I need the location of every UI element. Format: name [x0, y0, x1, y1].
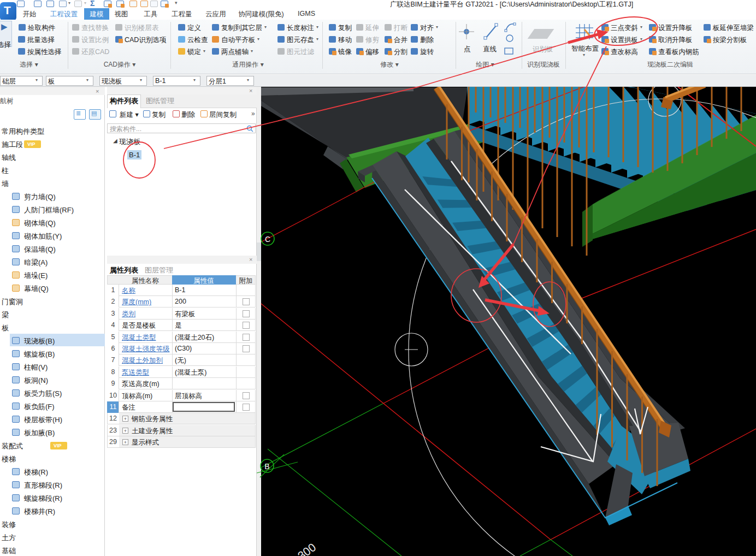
- svg-text:C: C: [265, 235, 270, 244]
- svg-text:B: B: [264, 462, 269, 471]
